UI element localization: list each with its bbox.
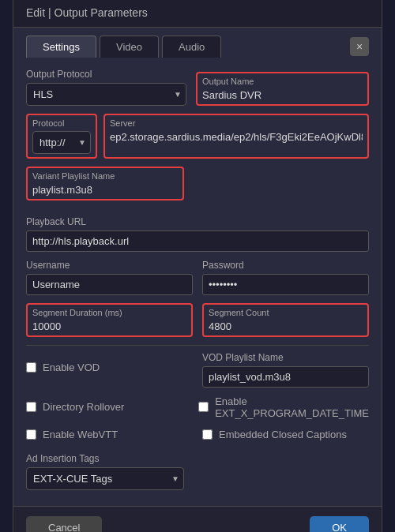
enable-vod-group: Enable VOD bbox=[26, 362, 193, 373]
embedded-cc-checkbox[interactable] bbox=[202, 429, 213, 440]
enable-vod-label: Enable VOD bbox=[43, 362, 100, 373]
title-bar: Edit | Output Parameters bbox=[13, 0, 382, 28]
tab-settings[interactable]: Settings bbox=[26, 36, 96, 58]
bottom-row: Cancel OK bbox=[13, 506, 382, 533]
embedded-cc-label: Embedded Closed Captions bbox=[219, 429, 347, 440]
tab-audio[interactable]: Audio bbox=[162, 36, 221, 58]
output-name-input[interactable] bbox=[202, 89, 363, 101]
enable-vod-checkbox[interactable] bbox=[26, 362, 36, 373]
tab-video[interactable]: Video bbox=[100, 36, 159, 58]
playback-url-label: Playback URL bbox=[26, 216, 369, 227]
divider-1 bbox=[26, 345, 369, 346]
enable-ext-x-label: Enable EXT_X_PROGRAM_DATE_TIME bbox=[215, 395, 369, 419]
segment-count-group: Segment Count bbox=[202, 303, 369, 337]
ad-insertion-label: Ad Insertion Tags bbox=[26, 453, 369, 464]
segment-duration-input[interactable] bbox=[32, 320, 186, 332]
dialog: Welcome, Administrator | Log Out Edit | … bbox=[13, 0, 382, 532]
output-protocol-label: Output Protocol bbox=[26, 69, 186, 80]
enable-webvtt-group: Enable WebVTT bbox=[26, 429, 193, 440]
variant-playlist-group: Variant Playlist Name bbox=[26, 167, 184, 200]
protocol-select-wrapper: http:// https:// rtmp:// ▼ bbox=[32, 131, 91, 154]
enable-webvtt-label: Enable WebVTT bbox=[43, 429, 118, 440]
protocol-server-row: Protocol http:// https:// rtmp:// ▼ Serv… bbox=[26, 114, 369, 159]
segment-count-label: Segment Count bbox=[209, 308, 363, 317]
enable-webvtt-checkbox[interactable] bbox=[26, 429, 36, 440]
enable-ext-x-group: Enable EXT_X_PROGRAM_DATE_TIME bbox=[198, 395, 369, 419]
close-button[interactable]: × bbox=[350, 37, 369, 56]
output-name-label: Output Name bbox=[202, 77, 363, 86]
protocol-select[interactable]: http:// https:// rtmp:// bbox=[32, 131, 91, 154]
variant-playlist-input[interactable] bbox=[32, 184, 178, 196]
server-group: Server bbox=[103, 114, 369, 159]
segment-duration-group: Segment Duration (ms) bbox=[26, 303, 193, 337]
output-protocol-group: Output Protocol HLS ▼ bbox=[26, 69, 186, 106]
output-name-group: Output Name bbox=[196, 72, 369, 106]
segment-count-input[interactable] bbox=[209, 320, 363, 332]
output-protocol-select-wrapper: HLS ▼ bbox=[26, 83, 186, 106]
output-protocol-select[interactable]: HLS bbox=[26, 83, 186, 106]
password-input[interactable] bbox=[202, 274, 369, 295]
ok-button[interactable]: OK bbox=[310, 516, 369, 533]
protocol-label: Protocol bbox=[32, 118, 91, 128]
ad-insertion-group: Ad Insertion Tags EXT-X-CUE Tags SCTE-35… bbox=[26, 453, 369, 490]
segment-duration-label: Segment Duration (ms) bbox=[32, 308, 186, 317]
vod-playlist-group: VOD Playlist Name bbox=[202, 352, 369, 388]
directory-rollover-group: Directory Rollover bbox=[26, 395, 189, 419]
directory-rollover-checkbox[interactable] bbox=[26, 402, 36, 412]
vod-row: Enable VOD VOD Playlist Name bbox=[26, 352, 369, 388]
protocol-group: Protocol http:// https:// rtmp:// ▼ bbox=[26, 114, 97, 159]
enable-ext-x-checkbox[interactable] bbox=[198, 402, 209, 412]
vod-playlist-input[interactable] bbox=[202, 366, 369, 388]
webvtt-captions-row: Enable WebVTT Embedded Closed Captions bbox=[26, 429, 369, 445]
password-label: Password bbox=[202, 260, 369, 271]
playback-url-input[interactable] bbox=[26, 230, 369, 252]
cancel-button[interactable]: Cancel bbox=[26, 516, 102, 533]
directory-ext-row: Directory Rollover Enable EXT_X_PROGRAM_… bbox=[26, 395, 369, 424]
ad-insertion-select[interactable]: EXT-X-CUE Tags SCTE-35 None bbox=[26, 467, 184, 490]
variant-playlist-label: Variant Playlist Name bbox=[32, 171, 178, 181]
playback-url-group: Playback URL bbox=[26, 216, 369, 252]
protocol-outputname-row: Output Protocol HLS ▼ Output Name bbox=[26, 69, 369, 106]
vod-playlist-label: VOD Playlist Name bbox=[202, 352, 369, 363]
segment-row: Segment Duration (ms) Segment Count bbox=[26, 303, 369, 337]
dialog-title: Edit | Output Parameters bbox=[26, 6, 148, 19]
password-group: Password bbox=[202, 260, 369, 295]
username-group: Username bbox=[26, 260, 193, 295]
directory-rollover-label: Directory Rollover bbox=[43, 401, 124, 413]
username-label: Username bbox=[26, 260, 193, 271]
embedded-cc-group: Embedded Closed Captions bbox=[202, 429, 369, 440]
server-label: Server bbox=[110, 118, 363, 128]
ad-insertion-select-wrapper: EXT-X-CUE Tags SCTE-35 None ▼ bbox=[26, 467, 184, 490]
server-input[interactable] bbox=[110, 131, 363, 143]
username-password-row: Username Password bbox=[26, 260, 369, 295]
username-input[interactable] bbox=[26, 274, 193, 295]
tabs-row: Settings Video Audio × bbox=[13, 28, 382, 58]
content-area: Output Protocol HLS ▼ Output Name Protoc… bbox=[13, 58, 382, 506]
